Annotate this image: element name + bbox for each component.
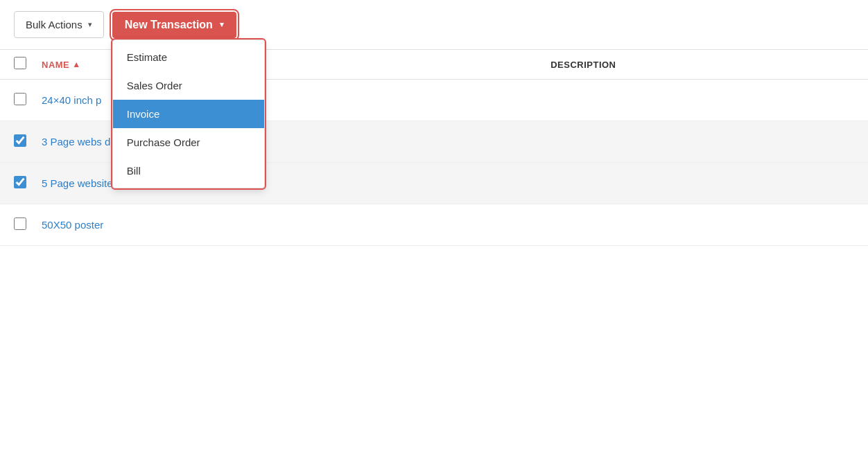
select-all-checkbox[interactable] [14,57,26,69]
row-2-checkbox[interactable] [14,134,26,147]
new-transaction-wrapper: New Transaction ▾ Estimate Sales Order I… [112,12,236,38]
bulk-actions-chevron-icon: ▾ [88,20,92,29]
new-transaction-button[interactable]: New Transaction ▾ [112,12,236,38]
table-row: 50X50 poster [0,204,868,246]
new-transaction-chevron-icon: ▾ [220,20,224,29]
row-3-checkbox-col [14,176,42,191]
row-1-checkbox-col [14,93,42,108]
row-4-checkbox[interactable] [14,217,26,230]
header-checkbox-col [14,57,42,72]
dropdown-item-sales-order[interactable]: Sales Order [113,71,264,100]
new-transaction-dropdown: Estimate Sales Order Invoice Purchase Or… [112,39,265,188]
row-4-name[interactable]: 50X50 poster [42,219,322,231]
description-column-header: DESCRIPTION [313,60,854,70]
row-3-checkbox[interactable] [14,176,26,188]
row-4-checkbox-col [14,217,42,233]
dropdown-item-purchase-order[interactable]: Purchase Order [113,128,264,157]
dropdown-item-bill[interactable]: Bill [113,157,264,185]
new-transaction-label: New Transaction [125,19,213,31]
toolbar: Bulk Actions ▾ New Transaction ▾ Estimat… [0,0,868,49]
bulk-actions-label: Bulk Actions [26,19,83,30]
row-1-checkbox[interactable] [14,93,26,105]
dropdown-item-invoice[interactable]: Invoice [113,100,264,128]
bulk-actions-button[interactable]: Bulk Actions ▾ [14,11,104,38]
row-2-checkbox-col [14,134,42,150]
dropdown-item-estimate[interactable]: Estimate [113,43,264,71]
name-sort-icon: ▲ [72,60,80,69]
